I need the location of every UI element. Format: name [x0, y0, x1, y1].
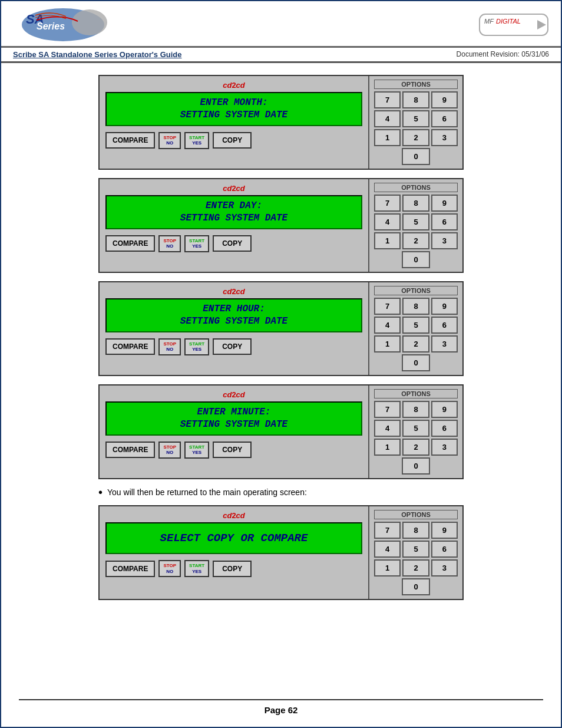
key-2-minute[interactable]: 2	[402, 439, 429, 456]
yes-label-select: YES	[189, 569, 204, 575]
copy-button-select[interactable]: COPY	[213, 561, 252, 577]
key-4-hour[interactable]: 4	[374, 317, 401, 334]
key-6-select[interactable]: 6	[431, 541, 458, 558]
key-3-select[interactable]: 3	[431, 559, 458, 577]
no-label-month: NO	[163, 140, 176, 146]
key-1-hour[interactable]: 1	[374, 335, 401, 353]
key-0-day[interactable]: 0	[402, 251, 429, 268]
key-1-month[interactable]: 1	[374, 129, 401, 146]
compare-button-day[interactable]: COMPARE	[105, 235, 155, 252]
key-2-month[interactable]: 2	[402, 129, 429, 146]
key-7-minute[interactable]: 7	[374, 401, 401, 418]
key-3-month[interactable]: 3	[431, 129, 458, 146]
start-button-hour[interactable]: START YES	[184, 338, 209, 355]
copy-button-month[interactable]: COPY	[213, 132, 252, 149]
key-8-day[interactable]: 8	[402, 195, 429, 212]
compare-button-month[interactable]: COMPARE	[105, 132, 155, 149]
start-button-day[interactable]: START YES	[184, 235, 209, 252]
key-6-month[interactable]: 6	[431, 110, 458, 127]
numpad-bottom-hour: 0	[374, 354, 458, 371]
key-5-minute[interactable]: 5	[402, 420, 429, 437]
screen-line1-select: SELECT COPY OR COMPARE	[160, 531, 308, 546]
numpad-bottom-day: 0	[374, 251, 458, 268]
stop-button-month[interactable]: STOP NO	[158, 132, 181, 149]
key-1-select[interactable]: 1	[374, 559, 401, 577]
key-9-hour[interactable]: 9	[431, 298, 458, 315]
stop-button-day[interactable]: STOP NO	[158, 235, 181, 252]
numpad-select: 7 8 9 4 5 6 1 2 3	[374, 522, 458, 577]
screen-line2-month: SETTING SYSTEM DATE	[180, 109, 287, 121]
key-2-day[interactable]: 2	[402, 232, 429, 249]
cd2cd-logo-minute: cd2cd	[223, 390, 245, 399]
panel-enter-day: cd2cd ENTER DAY: SETTING SYSTEM DATE COM…	[98, 178, 464, 273]
key-4-day[interactable]: 4	[374, 213, 401, 230]
compare-button-hour[interactable]: COMPARE	[105, 338, 155, 355]
key-8-select[interactable]: 8	[402, 522, 429, 539]
key-2-select[interactable]: 2	[402, 559, 429, 577]
key-8-month[interactable]: 8	[402, 91, 429, 108]
display-day: ENTER DAY: SETTING SYSTEM DATE	[105, 195, 362, 229]
start-button-select[interactable]: START YES	[184, 560, 209, 577]
yes-label-minute: YES	[189, 450, 204, 456]
key-5-day[interactable]: 5	[402, 213, 429, 230]
start-button-minute[interactable]: START YES	[184, 442, 209, 459]
key-8-minute[interactable]: 8	[402, 401, 429, 418]
key-6-hour[interactable]: 6	[431, 317, 458, 334]
panel-enter-hour: cd2cd ENTER HOUR: SETTING SYSTEM DATE CO…	[98, 281, 464, 376]
key-5-select[interactable]: 5	[402, 541, 429, 558]
key-9-select[interactable]: 9	[431, 522, 458, 539]
key-7-day[interactable]: 7	[374, 195, 401, 212]
start-button-month[interactable]: START YES	[184, 132, 209, 149]
compare-button-select[interactable]: COMPARE	[105, 561, 155, 577]
compare-button-minute[interactable]: COMPARE	[105, 442, 155, 458]
stop-button-select[interactable]: STOP NO	[158, 560, 181, 577]
start-label-month: START	[189, 135, 204, 141]
svg-text:Series: Series	[37, 21, 65, 31]
copy-button-day[interactable]: COPY	[213, 235, 252, 252]
start-label-day: START	[189, 238, 204, 244]
key-7-select[interactable]: 7	[374, 522, 401, 539]
key-7-month[interactable]: 7	[374, 91, 401, 108]
sa-series-logo: SA Series	[13, 7, 107, 42]
display-minute: ENTER MINUTE: SETTING SYSTEM DATE	[105, 401, 362, 436]
options-label-select: OPTIONS	[374, 510, 458, 519]
stop-button-hour[interactable]: STOP NO	[158, 338, 181, 355]
screen-line2-hour: SETTING SYSTEM DATE	[180, 315, 287, 328]
key-4-select[interactable]: 4	[374, 541, 401, 558]
key-4-month[interactable]: 4	[374, 110, 401, 127]
options-label-day: OPTIONS	[374, 183, 458, 192]
key-5-hour[interactable]: 5	[402, 317, 429, 334]
stop-button-minute[interactable]: STOP NO	[158, 442, 181, 459]
numpad-hour: 7 8 9 4 5 6 1 2 3	[374, 298, 458, 353]
key-0-month[interactable]: 0	[402, 148, 429, 165]
key-6-minute[interactable]: 6	[431, 420, 458, 437]
key-0-hour[interactable]: 0	[402, 354, 429, 371]
key-1-minute[interactable]: 1	[374, 439, 401, 456]
key-6-day[interactable]: 6	[431, 213, 458, 230]
key-2-hour[interactable]: 2	[402, 335, 429, 353]
panel-enter-minute: cd2cd ENTER MINUTE: SETTING SYSTEM DATE …	[98, 384, 464, 479]
yes-label-hour: YES	[189, 347, 204, 353]
copy-button-minute[interactable]: COPY	[213, 442, 252, 458]
key-9-minute[interactable]: 9	[431, 401, 458, 418]
footer: Page 62	[1, 699, 561, 715]
key-9-month[interactable]: 9	[431, 91, 458, 108]
key-0-select[interactable]: 0	[402, 578, 429, 595]
key-3-minute[interactable]: 3	[431, 439, 458, 456]
key-7-hour[interactable]: 7	[374, 298, 401, 315]
options-panel-day: OPTIONS 7 8 9 4 5 6 1 2 3 0	[368, 179, 462, 272]
key-0-minute[interactable]: 0	[402, 457, 429, 475]
key-3-hour[interactable]: 3	[431, 335, 458, 353]
screen-line1-day: ENTER DAY:	[180, 200, 287, 212]
key-8-hour[interactable]: 8	[402, 298, 429, 315]
key-4-minute[interactable]: 4	[374, 420, 401, 437]
key-9-day[interactable]: 9	[431, 195, 458, 212]
key-3-day[interactable]: 3	[431, 232, 458, 249]
stop-label-day: STOP	[163, 238, 176, 244]
key-1-day[interactable]: 1	[374, 232, 401, 249]
key-5-month[interactable]: 5	[402, 110, 429, 127]
button-row-month: COMPARE STOP NO START YES COPY	[105, 132, 362, 149]
panel-left-minute: cd2cd ENTER MINUTE: SETTING SYSTEM DATE …	[100, 386, 368, 478]
display-select: SELECT COPY OR COMPARE	[105, 522, 362, 554]
copy-button-hour[interactable]: COPY	[213, 338, 252, 355]
